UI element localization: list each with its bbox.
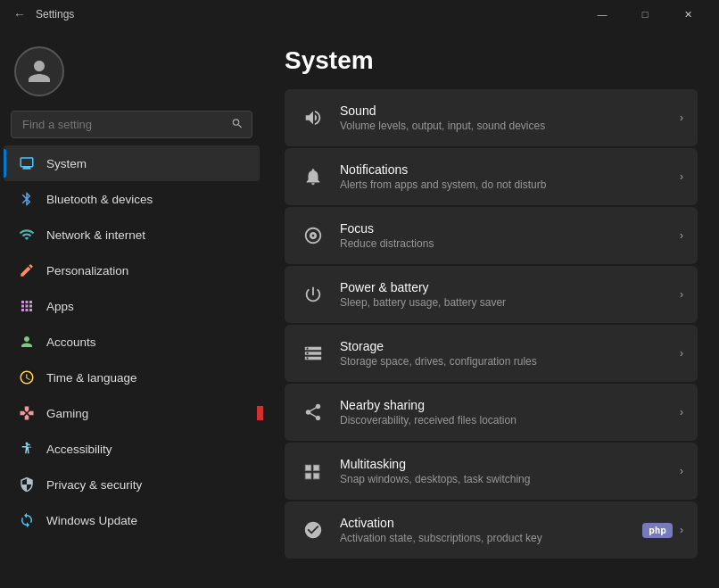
sidebar-label-privacy: Privacy & security — [46, 478, 142, 492]
sidebar-label-personalization: Personalization — [46, 264, 128, 277]
power-right: › — [680, 288, 683, 301]
storage-text: Storage Storage space, drives, configura… — [340, 339, 680, 368]
sound-desc: Volume levels, output, input, sound devi… — [340, 120, 680, 132]
sound-icon — [299, 104, 327, 132]
php-badge: php — [642, 523, 673, 538]
activation-icon — [299, 516, 327, 544]
close-button[interactable]: ✕ — [667, 0, 708, 29]
notifications-icon — [299, 162, 327, 191]
multitasking-text: Multitasking Snap windows, desktops, tas… — [340, 457, 680, 485]
titlebar-left: ← Settings — [11, 5, 74, 23]
sidebar-label-update: Windows Update — [46, 514, 137, 527]
focus-right: › — [680, 229, 683, 242]
nearby-icon — [299, 398, 327, 427]
minimize-button[interactable]: — — [582, 0, 623, 29]
multitasking-right: › — [680, 465, 683, 477]
back-button[interactable]: ← — [11, 5, 29, 23]
multitasking-title: Multitasking — [340, 457, 680, 471]
settings-item-focus[interactable]: Focus Reduce distractions › — [285, 207, 698, 264]
settings-item-notifications[interactable]: Notifications Alerts from apps and syste… — [285, 148, 698, 205]
sound-text: Sound Volume levels, output, input, soun… — [340, 104, 680, 132]
activation-desc: Activation state, subscriptions, product… — [340, 532, 642, 544]
nearby-right: › — [680, 406, 683, 418]
storage-right: › — [680, 347, 683, 360]
power-icon — [299, 280, 327, 309]
power-text: Power & battery Sleep, battery usage, ba… — [340, 280, 680, 309]
bluetooth-icon — [18, 190, 36, 208]
sidebar-label-apps: Apps — [46, 300, 74, 313]
app-title: Settings — [36, 8, 74, 21]
settings-item-sound[interactable]: Sound Volume levels, output, input, soun… — [285, 89, 698, 146]
content-area: System Sound Volume levels, output, inpu… — [263, 29, 719, 588]
sidebar-item-personalization[interactable]: Personalization — [4, 253, 260, 288]
sidebar-item-system[interactable]: System — [4, 145, 260, 181]
chevron-icon: › — [680, 465, 683, 477]
chevron-icon: › — [680, 406, 683, 418]
focus-title: Focus — [340, 221, 680, 236]
activation-text: Activation Activation state, subscriptio… — [340, 516, 642, 544]
chevron-icon: › — [680, 288, 683, 301]
search-input[interactable] — [11, 111, 252, 138]
search-box[interactable] — [11, 111, 252, 138]
main-layout: System Bluetooth & devices Network & int… — [0, 29, 719, 588]
storage-title: Storage — [340, 339, 680, 353]
sidebar-item-network[interactable]: Network & internet — [4, 217, 260, 253]
avatar — [14, 46, 64, 96]
settings-item-multitasking[interactable]: Multitasking Snap windows, desktops, tas… — [285, 443, 698, 500]
storage-icon — [299, 339, 327, 368]
nearby-title: Nearby sharing — [340, 398, 680, 412]
settings-item-storage[interactable]: Storage Storage space, drives, configura… — [285, 325, 698, 382]
titlebar: ← Settings — □ ✕ — [0, 0, 719, 29]
gaming-icon — [18, 404, 36, 422]
settings-item-power[interactable]: Power & battery Sleep, battery usage, ba… — [285, 266, 698, 323]
focus-text: Focus Reduce distractions — [340, 221, 680, 250]
sidebar-item-gaming[interactable]: Gaming — [4, 395, 260, 431]
nearby-text: Nearby sharing Discoverability, received… — [340, 398, 680, 427]
svg-marker-0 — [257, 402, 263, 424]
privacy-icon — [18, 476, 36, 493]
chevron-icon: › — [680, 170, 683, 183]
activation-title: Activation — [340, 516, 642, 530]
maximize-button[interactable]: □ — [624, 0, 665, 29]
sidebar-item-accessibility[interactable]: Accessibility — [4, 431, 260, 467]
sidebar-label-system: System — [46, 157, 87, 170]
notifications-title: Notifications — [340, 162, 680, 177]
sidebar-item-accounts[interactable]: Accounts — [4, 324, 260, 360]
sidebar-item-update[interactable]: Windows Update — [4, 502, 260, 538]
sound-title: Sound — [340, 104, 680, 118]
notifications-desc: Alerts from apps and system, do not dist… — [340, 178, 680, 191]
storage-desc: Storage space, drives, configuration rul… — [340, 355, 680, 368]
network-icon — [18, 226, 36, 244]
sidebar-item-bluetooth[interactable]: Bluetooth & devices — [4, 181, 260, 217]
chevron-icon: › — [680, 112, 683, 124]
sidebar-item-time[interactable]: Time & language — [4, 360, 260, 395]
settings-list: Sound Volume levels, output, input, soun… — [285, 89, 698, 559]
notifications-text: Notifications Alerts from apps and syste… — [340, 162, 680, 191]
nearby-desc: Discoverability, received files location — [340, 414, 680, 427]
sidebar-label-accessibility: Accessibility — [46, 443, 112, 456]
power-title: Power & battery — [340, 280, 680, 294]
chevron-icon: › — [680, 347, 683, 360]
chevron-icon: › — [680, 229, 683, 242]
sidebar-label-time: Time & language — [46, 371, 137, 385]
chevron-icon: › — [680, 524, 683, 536]
search-icon — [231, 117, 244, 132]
sidebar: System Bluetooth & devices Network & int… — [0, 29, 263, 588]
accounts-icon — [18, 333, 36, 351]
sound-right: › — [680, 112, 683, 124]
notifications-right: › — [680, 170, 683, 183]
accessibility-icon — [18, 440, 36, 458]
settings-item-activation[interactable]: Activation Activation state, subscriptio… — [285, 501, 698, 559]
focus-icon — [299, 221, 327, 250]
sidebar-label-accounts: Accounts — [46, 335, 96, 349]
sidebar-item-privacy[interactable]: Privacy & security — [4, 467, 260, 502]
user-avatar-area[interactable] — [0, 36, 263, 111]
system-icon — [18, 154, 36, 172]
sidebar-label-gaming: Gaming — [46, 407, 88, 420]
settings-item-nearby[interactable]: Nearby sharing Discoverability, received… — [285, 384, 698, 441]
multitasking-icon — [299, 457, 327, 485]
red-arrow — [257, 401, 263, 426]
sidebar-item-apps[interactable]: Apps — [4, 288, 260, 324]
power-desc: Sleep, battery usage, battery saver — [340, 296, 680, 309]
sidebar-label-network: Network & internet — [46, 228, 145, 242]
